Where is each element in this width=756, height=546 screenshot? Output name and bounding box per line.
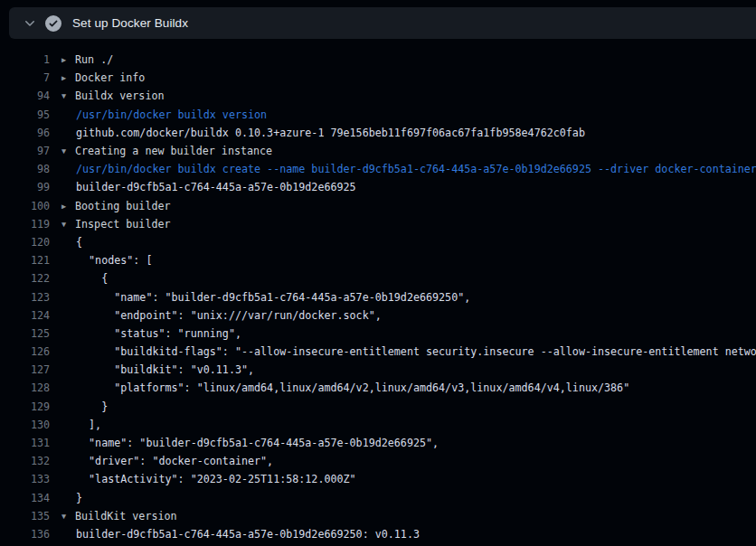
- log-output-text: }: [50, 400, 108, 413]
- group-expanded-icon[interactable]: ▼: [61, 220, 75, 229]
- log-line-group: 94▼Buildx version: [0, 87, 756, 105]
- line-number[interactable]: 128: [0, 381, 50, 394]
- log-group-toggle[interactable]: ▼Buildx version: [50, 89, 165, 102]
- step-title: Set up Docker Buildx: [72, 16, 188, 30]
- line-number[interactable]: 131: [0, 437, 50, 449]
- line-number[interactable]: 119: [0, 218, 50, 231]
- log-output-text: builder-d9cfb5a1-c764-445a-a57e-0b19d2e6…: [50, 528, 420, 541]
- group-expanded-icon[interactable]: ▼: [61, 146, 75, 155]
- log-line: 99builder-d9cfb5a1-c764-445a-a57e-0b19d2…: [0, 178, 756, 196]
- line-number[interactable]: 127: [0, 363, 50, 376]
- log-group-title[interactable]: Docker info: [75, 71, 145, 84]
- line-number[interactable]: 1: [0, 53, 50, 66]
- log-line: 96github.com/docker/buildx 0.10.3+azure-…: [0, 124, 756, 142]
- log-line: 126 "buildkitd-flags": "--allow-insecure…: [0, 343, 756, 361]
- log-output-text: ],: [50, 419, 101, 431]
- log-group-title[interactable]: Run ./: [75, 53, 113, 66]
- log-line: 127 "buildkit": "v0.11.3",: [0, 361, 756, 379]
- line-number[interactable]: 98: [0, 163, 50, 175]
- log-line: 132 "driver": "docker-container",: [0, 452, 756, 470]
- log-output-text: {: [50, 236, 82, 249]
- log-group-toggle[interactable]: ▶Run ./: [50, 53, 113, 66]
- line-number[interactable]: 132: [0, 455, 50, 467]
- log-output-text: "buildkitd-flags": "--allow-insecure-ent…: [50, 345, 756, 358]
- line-number[interactable]: 96: [0, 127, 50, 139]
- line-number[interactable]: 99: [0, 181, 50, 193]
- log-line: 129 }: [0, 398, 756, 416]
- log-line: 98/usr/bin/docker buildx create --name b…: [0, 160, 756, 178]
- log-group-toggle[interactable]: ▶Booting builder: [50, 200, 171, 212]
- log-line-group: 100▶Booting builder: [0, 197, 756, 215]
- log-group-toggle[interactable]: ▶Docker info: [50, 71, 145, 84]
- log-line: 134}: [0, 489, 756, 507]
- line-number[interactable]: 122: [0, 272, 50, 285]
- log-line: 133 "lastActivity": "2023-02-25T11:58:12…: [0, 470, 756, 488]
- group-expanded-icon[interactable]: ▼: [61, 91, 75, 100]
- log-output-text: builder-d9cfb5a1-c764-445a-a57e-0b19d2e6…: [50, 181, 356, 193]
- log-output-text: github.com/docker/buildx 0.10.3+azure-1 …: [50, 127, 585, 139]
- log-group-title[interactable]: Buildx version: [75, 89, 165, 102]
- line-number[interactable]: 130: [0, 419, 50, 431]
- log-line: 124 "endpoint": "unix:///var/run/docker.…: [0, 306, 756, 325]
- line-number[interactable]: 100: [0, 200, 50, 212]
- log-line: 123 "name": "builder-d9cfb5a1-c764-445a-…: [0, 287, 756, 306]
- log-line-group: 119▼Inspect builder: [0, 215, 756, 233]
- log-output-text: "nodes": [: [50, 254, 152, 267]
- line-number[interactable]: 123: [0, 291, 50, 304]
- log-output-text: "platforms": "linux/amd64,linux/amd64/v2…: [50, 381, 629, 394]
- group-expanded-icon[interactable]: ▼: [61, 512, 75, 521]
- actions-log-viewer: Set up Docker Buildx 1▶Run ./7▶Docker in…: [0, 0, 756, 546]
- line-number[interactable]: 135: [0, 510, 50, 522]
- log-line: 136builder-d9cfb5a1-c764-445a-a57e-0b19d…: [0, 525, 756, 543]
- check-circle-icon: [45, 15, 61, 32]
- log-group-toggle[interactable]: ▼Inspect builder: [50, 218, 171, 231]
- log-group-title[interactable]: BuildKit version: [75, 510, 177, 522]
- line-number[interactable]: 121: [0, 254, 50, 267]
- log-group-toggle[interactable]: ▼Creating a new builder instance: [50, 145, 272, 157]
- line-number[interactable]: 95: [0, 108, 50, 121]
- line-number[interactable]: 94: [0, 89, 50, 102]
- line-number[interactable]: 7: [0, 71, 50, 84]
- chevron-down-icon[interactable]: [23, 16, 37, 31]
- log-group-title[interactable]: Booting builder: [75, 200, 171, 212]
- log-output-text: "endpoint": "unix:///var/run/docker.sock…: [50, 309, 382, 322]
- log-group-toggle[interactable]: ▼BuildKit version: [50, 510, 177, 522]
- log-output-text: "name": "builder-d9cfb5a1-c764-445a-a57e…: [50, 291, 470, 304]
- log-line-group: 1▶Run ./: [0, 51, 756, 69]
- log-line: 125 "status": "running",: [0, 325, 756, 343]
- log-command-text: /usr/bin/docker buildx create --name bui…: [50, 163, 756, 175]
- line-number[interactable]: 120: [0, 236, 50, 249]
- log-output-text: {: [50, 272, 108, 285]
- line-number[interactable]: 126: [0, 345, 50, 358]
- log-output-text: "driver": "docker-container",: [50, 455, 273, 467]
- log-line: 131 "name": "builder-d9cfb5a1-c764-445a-…: [0, 434, 756, 452]
- log-line-group: 7▶Docker info: [0, 69, 756, 87]
- line-number[interactable]: 124: [0, 309, 50, 322]
- log-output-text: "buildkit": "v0.11.3",: [50, 363, 254, 376]
- log-output-text: "status": "running",: [50, 327, 241, 340]
- log-output-text: "name": "builder-d9cfb5a1-c764-445a-a57e…: [50, 437, 439, 449]
- line-number[interactable]: 133: [0, 473, 50, 485]
- log-output-text: "lastActivity": "2023-02-25T11:58:12.000…: [50, 473, 356, 485]
- line-number[interactable]: 97: [0, 145, 50, 157]
- log-line-group: 97▼Creating a new builder instance: [0, 142, 756, 160]
- log-line: 122 {: [0, 269, 756, 287]
- line-number[interactable]: 125: [0, 327, 50, 340]
- log-group-title[interactable]: Creating a new builder instance: [75, 145, 272, 157]
- line-number[interactable]: 134: [0, 492, 50, 504]
- log-line: 128 "platforms": "linux/amd64,linux/amd6…: [0, 379, 756, 397]
- log-line: 120{: [0, 233, 756, 251]
- log-line: 121 "nodes": [: [0, 251, 756, 269]
- log-line: 130 ],: [0, 416, 756, 434]
- log-pane: 1▶Run ./7▶Docker info94▼Buildx version95…: [0, 39, 756, 546]
- log-command-text: /usr/bin/docker buildx version: [50, 108, 267, 121]
- step-header[interactable]: Set up Docker Buildx: [9, 7, 756, 39]
- line-number[interactable]: 136: [0, 528, 50, 541]
- line-number[interactable]: 129: [0, 400, 50, 413]
- group-collapsed-icon[interactable]: ▶: [61, 73, 75, 82]
- log-line-group: 135▼BuildKit version: [0, 507, 756, 525]
- group-collapsed-icon[interactable]: ▶: [61, 55, 75, 64]
- group-collapsed-icon[interactable]: ▶: [61, 202, 75, 211]
- log-group-title[interactable]: Inspect builder: [75, 218, 171, 231]
- log-output-text: }: [50, 492, 82, 504]
